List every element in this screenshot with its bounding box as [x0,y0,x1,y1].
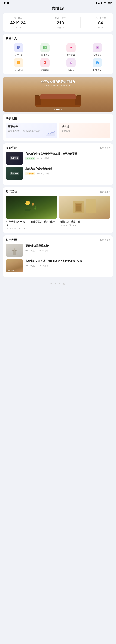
activities-explore[interactable]: 探索更多 > [100,190,110,193]
tool-merchant-academy-label: 商户学院 [15,54,23,57]
tool-store-info-label: 店铺信息 [93,69,101,72]
daily-stat-share-2: 38万件 [39,264,48,267]
growth-card-progress-title: 成长进... [62,125,108,128]
academy-title-2: 靠谱家商户必学营销策略 [25,167,110,171]
stats-row: 累计收入 4219.24 昨日 73324.05 累计订单数 213 昨日 13… [3,16,113,29]
daily-section: 每日发圈 探索更多 > 夏日·冷山系类香薰摆件 13.6万人 [3,236,113,277]
sofa-back [40,94,76,99]
activity-date-1: 2023-10-15至2023-10-30 [6,227,56,230]
stat-orders-label: 累计订单数 [55,16,66,20]
academy-title-1: 商户如何申请在靠谱家平台直播，教学操作手册 [25,152,110,156]
academy-tag-2: 营销课程 [25,172,35,175]
daily-explore[interactable]: 探索更多 > [100,238,110,242]
svg-point-45 [26,266,27,266]
growth-chart-icon [46,130,55,137]
daily-stat-views-1: 13.6万人 [25,249,36,252]
activity-img-2 [59,196,110,219]
banner-dot-1 [54,109,55,110]
svg-rect-16 [44,62,46,63]
stat-users: 累计用户数 64 昨日 9 [95,16,106,29]
footer: THE END [0,279,116,291]
stat-orders-sub: 昨日 13 [55,26,66,29]
footer-text: THE END [50,283,65,286]
tool-merchant-academy[interactable]: 商户学院 [6,43,32,57]
share-icon-1 [39,249,41,252]
stat-users-sub: 昨日 9 [95,26,106,29]
activity-img-1 [6,196,57,219]
tool-hot-activities[interactable]: 热门活动 [58,43,84,57]
academy-thumb-2-label: 营销策略 [6,167,23,180]
academy-info-1: 商户如何申请在靠谱家平台直播，教学操作手册 新手入门 352678人学过 [25,152,110,160]
aromatherapy-svg [8,245,21,256]
svg-rect-6 [18,48,19,48]
academy-section: 商家学院 探索更多 > 直播申请 商户如何申请在靠谱家平台直播，教学操作手册 新… [3,143,113,185]
battery-icon [107,2,112,4]
daily-stats-2: 13.6万人 38万件 [25,264,110,267]
academy-item-1[interactable]: 直播申请 商户如何申请在靠谱家平台直播，教学操作手册 新手入门 352678人学… [6,152,110,165]
daily-item-1[interactable]: 夏日·冷山系类香薰摆件 13.6万人 38万件 [6,244,110,257]
activities-header: 热门活动 探索更多 > [6,190,110,194]
tool-hot-activities-label: 热门活动 [67,54,75,57]
svg-point-26 [26,201,27,203]
svg-rect-38 [85,199,96,214]
academy-header: 商家学院 探索更多 > [6,146,110,150]
tool-daily-post-label: 每日发圈 [41,54,49,57]
tool-daily-post[interactable]: 每日发圈 [32,43,58,57]
academy-item-2[interactable]: 营销策略 靠谱家商户必学营销策略 营销课程 352678人学过 [6,167,110,180]
tool-partner[interactable]: 合伙人 [58,58,84,72]
academy-thumb-2-tag: 营销策略 [10,172,19,175]
svg-rect-5 [18,47,19,47]
svg-rect-19 [97,63,98,64]
growth-header: 成长地图 [6,117,110,120]
tools-grid: 商户学院 每日发圈 热门活动 我要直播 商品管理 [6,43,110,72]
stat-users-value: 64 [95,20,106,26]
activities-grid: 订单购物满6000送 —— 郁金香花束+精美花瓶一份 2023-10-15至20… [6,196,110,230]
daily-item-2[interactable]: Loop heat 来靠谱家，你可以在目前的基础上多创造99%的财富 13.6万… [6,259,110,272]
daily-share-val-1: 38万件 [42,249,48,252]
academy-tags-1: 新手入门 352678人学过 [25,157,110,160]
svg-rect-30 [35,206,36,210]
growth-card-beginner-title: 新手必做 [8,125,54,128]
banner-text: 你不会知道自己最大的潜力 MAXIMUM POTENTIAL [3,80,113,86]
daily-views-val-2: 13.6万人 [29,264,36,267]
growth-card-progress-sub: 学会直播 [62,129,108,132]
tool-order-mgmt[interactable]: 订单管理 [32,58,58,72]
tool-store-info[interactable]: 店铺信息 [84,58,110,72]
activity-title-2: 新品到店丨诚邀体验 [60,220,110,223]
flowers-svg [23,200,40,214]
daily-title-2: 来靠谱家，你可以在目前的基础上多创造99%的财富 [25,259,110,263]
growth-title: 成长地图 [6,117,17,120]
daily-info-2: 来靠谱家，你可以在目前的基础上多创造99%的财富 13.6万人 38万件 [25,259,110,272]
banner-sofa-container [35,95,81,107]
academy-explore[interactable]: 探索更多 > [100,146,110,150]
banner-subtitle: MAXIMUM POTENTIAL [3,84,113,86]
activities-title: 热门活动 [6,190,17,194]
growth-card-beginner[interactable]: 新手必做 完善相关资料，帮助后期更好运营 [6,122,57,138]
sofa-arm-left [35,96,41,105]
daily-views-val-1: 13.6万人 [29,249,36,252]
hot-activities-icon [66,43,76,52]
activity-item-1[interactable]: 订单购物满6000送 —— 郁金香花束+精美花瓶一份 2023-10-15至20… [6,196,57,230]
growth-card-progress[interactable]: 成长进... 学会直播 [59,122,110,138]
banner-dot-2 [56,109,59,110]
status-icons: ▲▲▲ [95,2,112,4]
status-bar: 9:41 ▲▲▲ [0,0,116,5]
banner-dots [54,109,62,110]
stats-card: 累计收入 4219.24 昨日 73324.05 累计订单数 213 昨日 13… [3,13,113,32]
academy-info-2: 靠谱家商户必学营销策略 营销课程 352678人学过 [25,167,110,175]
academy-thumb-2: 营销策略 [6,167,23,180]
store-info-icon [93,58,102,67]
share-icon-2 [39,264,41,267]
daily-post-icon [40,43,50,52]
academy-views-2: 352678人学过 [37,172,49,175]
svg-point-27 [28,201,30,203]
stat-revenue: 累计收入 4219.24 昨日 73324.05 [10,16,26,29]
svg-point-43 [26,250,27,251]
activity-item-2[interactable]: 新品到店丨诚邀体验 2023-10-15至2023-1... [59,196,110,230]
sofa-main [35,98,81,107]
tool-live-stream[interactable]: 我要直播 [84,43,110,57]
footer-line-left [35,284,49,284]
stat-revenue-value: 4219.24 [10,20,26,26]
tool-live-stream-label: 我要直播 [93,54,101,57]
tool-product-mgmt[interactable]: 商品管理 [6,58,32,72]
